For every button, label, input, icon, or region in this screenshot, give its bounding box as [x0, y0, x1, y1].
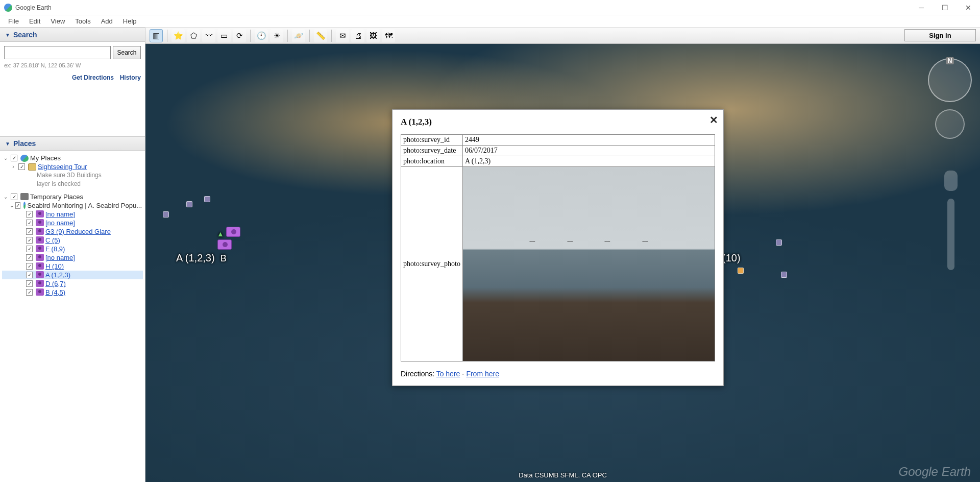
checkbox[interactable]	[26, 237, 33, 244]
table-row: photo:location A (1,2,3)	[401, 156, 715, 167]
tree-place-item[interactable]: C (5)	[2, 236, 143, 245]
checkbox[interactable]	[26, 246, 33, 252]
expand-icon[interactable]: ⌄	[2, 194, 9, 200]
search-button[interactable]: Search	[113, 46, 141, 59]
checkbox[interactable]	[26, 211, 33, 218]
polygon-button[interactable]: ⬠	[187, 29, 200, 42]
checkbox[interactable]	[26, 272, 33, 278]
search-panel-header[interactable]: Search	[0, 28, 145, 42]
expand-icon[interactable]: ›	[10, 164, 17, 170]
look-control[interactable]	[935, 109, 965, 139]
checkbox[interactable]	[26, 254, 33, 261]
signin-button[interactable]: Sign in	[904, 29, 976, 41]
checkbox[interactable]	[11, 194, 17, 200]
save-image-button[interactable]: 🖼	[366, 29, 380, 42]
window-controls: ─ ☐ ✕	[910, 0, 980, 15]
tree-place-item[interactable]: G3 (9) Reduced Glare	[2, 227, 143, 236]
tree-place-item[interactable]: H (10)	[2, 262, 143, 271]
expand-icon[interactable]: ⌄	[2, 155, 9, 161]
history-button[interactable]: 🕙	[255, 29, 268, 42]
checkbox[interactable]	[15, 202, 20, 209]
place-item-label[interactable]: D (6,7)	[45, 280, 66, 287]
balloon-directions: Directions: To here - From here	[401, 370, 715, 378]
place-item-label[interactable]: H (10)	[45, 262, 64, 270]
tree-place-item[interactable]: [no name]	[2, 219, 143, 227]
balloon-title: A (1,2,3)	[401, 117, 715, 127]
balloon-close-button[interactable]: ✕	[709, 114, 718, 126]
place-item-label[interactable]: [no name]	[45, 219, 75, 227]
camera-icon	[36, 245, 44, 252]
get-directions-link[interactable]: Get Directions	[72, 74, 114, 81]
map-marker-small[interactable]	[186, 201, 192, 207]
menu-edit[interactable]: Edit	[24, 16, 45, 26]
placemark-button[interactable]: ⭐	[172, 29, 185, 42]
pegman-control[interactable]	[944, 171, 958, 191]
tree-place-item[interactable]: D (6,7)	[2, 279, 143, 288]
tree-place-item[interactable]: [no name]	[2, 210, 143, 219]
checkbox[interactable]	[26, 220, 33, 226]
map-marker-small[interactable]	[163, 211, 169, 218]
place-item-label[interactable]: [no name]	[45, 254, 75, 261]
planet-button[interactable]: 🪐	[292, 29, 305, 42]
place-item-label[interactable]: B (4,5)	[45, 288, 65, 296]
record-tour-button[interactable]: ⟳	[233, 29, 246, 42]
from-here-link[interactable]: From here	[466, 370, 499, 378]
place-item-label[interactable]: C (5)	[45, 236, 60, 244]
place-item-label[interactable]: F (8,9)	[45, 245, 65, 253]
sunlight-button[interactable]: ☀	[270, 29, 283, 42]
tree-place-item[interactable]: B (4,5)	[2, 288, 143, 297]
checkbox[interactable]	[11, 155, 17, 161]
menu-help[interactable]: Help	[118, 16, 142, 26]
tree-place-item[interactable]: A (1,2,3)	[2, 271, 143, 279]
search-input[interactable]	[4, 46, 111, 59]
sidebar-toggle-button[interactable]: ▥	[150, 29, 163, 42]
camera-icon	[36, 271, 44, 278]
email-button[interactable]: ✉	[336, 29, 349, 42]
ruler-button[interactable]: 📏	[314, 29, 327, 42]
checkbox[interactable]	[26, 263, 33, 270]
globe-icon	[20, 155, 29, 162]
checkbox[interactable]	[26, 289, 33, 296]
titlebar: Google Earth ─ ☐ ✕	[0, 0, 980, 15]
map-marker-small[interactable]	[781, 272, 787, 278]
map-viewport[interactable]: ▥ ⭐ ⬠ 〰 ▭ ⟳ 🕙 ☀ 🪐 📏 ✉ 🖨 🖼 🗺 Sign in	[145, 28, 980, 482]
tree-place-item[interactable]: F (8,9)	[2, 245, 143, 253]
compass-control[interactable]: N	[928, 58, 972, 102]
checkbox[interactable]	[26, 228, 33, 235]
menu-view[interactable]: View	[45, 16, 70, 26]
camera-icon	[36, 236, 44, 244]
expand-icon[interactable]: ⌄	[10, 203, 14, 208]
close-button[interactable]: ✕	[957, 0, 980, 15]
tree-sightseeing[interactable]: › Sightseeing Tour	[2, 162, 143, 171]
tree-seabird[interactable]: ⌄ Seabird Monitoring | A. Seabird Popu..…	[2, 201, 143, 210]
checkbox[interactable]	[18, 163, 25, 170]
map-marker-small[interactable]	[738, 268, 744, 274]
checkbox[interactable]	[26, 280, 33, 287]
place-item-label[interactable]: G3 (9) Reduced Glare	[45, 228, 111, 235]
menu-file[interactable]: File	[3, 16, 24, 26]
tree-place-item[interactable]: [no name]	[2, 253, 143, 262]
tree-temp-places[interactable]: ⌄ Temporary Places	[2, 192, 143, 201]
map-marker-a[interactable]: ▲	[217, 227, 240, 251]
place-item-label[interactable]: [no name]	[45, 210, 75, 218]
map-marker-small[interactable]	[204, 196, 210, 202]
map-marker-small[interactable]	[776, 239, 782, 246]
view-in-maps-button[interactable]: 🗺	[382, 29, 395, 42]
menu-add[interactable]: Add	[96, 16, 118, 26]
image-overlay-button[interactable]: ▭	[217, 29, 231, 42]
minimize-button[interactable]: ─	[910, 0, 933, 15]
path-button[interactable]: 〰	[202, 29, 215, 42]
balloon-table: photo:survey_id 2449 photo:survey_date 0…	[401, 134, 715, 362]
zoom-slider[interactable]	[947, 199, 954, 270]
menu-tools[interactable]: Tools	[70, 16, 95, 26]
maximize-button[interactable]: ☐	[933, 0, 957, 15]
place-item-label[interactable]: A (1,2,3)	[45, 271, 70, 279]
print-button[interactable]: 🖨	[351, 29, 364, 42]
search-panel: Search ex: 37 25.818' N, 122 05.36' W Ge…	[0, 42, 145, 85]
map-label-a: A (1,2,3) B	[176, 252, 227, 264]
history-link[interactable]: History	[120, 74, 141, 81]
tree-my-places[interactable]: ⌄ My Places	[2, 154, 143, 162]
to-here-link[interactable]: To here	[436, 370, 460, 378]
places-panel-header[interactable]: Places	[0, 136, 145, 151]
sidebar: Search Search ex: 37 25.818' N, 122 05.3…	[0, 28, 145, 482]
